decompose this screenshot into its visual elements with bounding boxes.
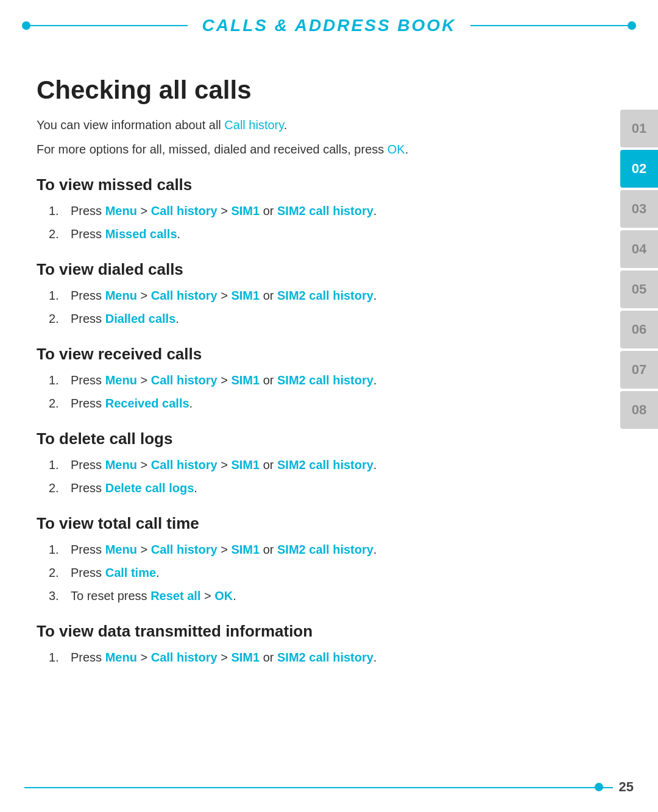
step-list-1: 1.Press Menu > Call history > SIM1 or SI… — [49, 286, 597, 328]
step-number: 1. — [49, 456, 71, 474]
plain-text: . — [177, 227, 181, 241]
plain-text: . — [233, 589, 236, 602]
cyan-link: SIM1 — [231, 204, 260, 217]
intro2-link: OK — [387, 143, 405, 156]
step-item: 2.Press Delete call logs. — [49, 479, 597, 497]
cyan-link: Menu — [105, 204, 137, 217]
side-tab-05[interactable]: 05 — [620, 270, 658, 308]
cyan-link: Call history — [151, 204, 218, 217]
step-number: 1. — [49, 202, 71, 220]
plain-text: Press — [71, 373, 105, 387]
plain-text: . — [373, 458, 377, 471]
cyan-link: SIM2 call history — [277, 543, 373, 556]
side-tab-07[interactable]: 07 — [620, 351, 658, 389]
step-content: To reset press Reset all > OK. — [71, 587, 597, 605]
main-content: Checking all calls You can view informat… — [0, 51, 658, 690]
plain-text: or — [260, 543, 277, 556]
plain-text: > — [137, 373, 151, 387]
step-item: 1.Press Menu > Call history > SIM1 or SI… — [49, 456, 597, 474]
step-content: Press Menu > Call history > SIM1 or SIM2… — [71, 286, 597, 305]
cyan-link: SIM1 — [231, 289, 260, 302]
plain-text: Press — [71, 458, 105, 471]
step-content: Press Menu > Call history > SIM1 or SIM2… — [71, 456, 597, 474]
plain-text: Press — [71, 481, 105, 495]
step-number: 2. — [49, 479, 71, 497]
step-content: Press Received calls. — [71, 394, 597, 412]
step-number: 1. — [49, 540, 71, 559]
step-number: 2. — [49, 563, 71, 582]
plain-text: > — [218, 543, 232, 556]
cyan-link: SIM1 — [231, 651, 260, 664]
cyan-link: Call history — [151, 543, 218, 556]
intro2-plain: For more options for all, missed, dialed… — [37, 143, 387, 156]
intro-paragraph-1: You can view information about all Call … — [37, 116, 597, 134]
section-title-0: To view missed calls — [37, 175, 597, 194]
plain-text: . — [373, 204, 377, 217]
intro1-link: Call history — [224, 118, 283, 132]
step-number: 2. — [49, 225, 71, 243]
step-list-5: 1.Press Menu > Call history > SIM1 or SI… — [49, 648, 597, 666]
step-number: 1. — [49, 371, 71, 389]
cyan-link: Menu — [105, 543, 137, 556]
plain-text: . — [373, 289, 377, 302]
step-item: 1.Press Menu > Call history > SIM1 or SI… — [49, 202, 597, 220]
side-tab-06[interactable]: 06 — [620, 311, 658, 348]
page-title: Checking all calls — [37, 76, 597, 105]
step-number: 1. — [49, 648, 71, 666]
cyan-link: SIM2 call history — [277, 458, 373, 471]
cyan-link: Call history — [151, 289, 218, 302]
header-title: calls & address book — [188, 11, 471, 40]
footer-line — [24, 787, 634, 788]
cyan-link: Missed calls — [105, 227, 177, 241]
step-content: Press Menu > Call history > SIM1 or SIM2… — [71, 202, 597, 220]
cyan-link: SIM1 — [231, 373, 260, 387]
cyan-link: SIM1 — [231, 458, 260, 471]
step-number: 2. — [49, 309, 71, 328]
step-content: Press Menu > Call history > SIM1 or SIM2… — [71, 371, 597, 389]
step-content: Press Dialled calls. — [71, 309, 597, 328]
plain-text: To reset press — [71, 589, 150, 602]
step-content: Press Delete call logs. — [71, 479, 597, 497]
plain-text: > — [218, 289, 232, 302]
side-tab-08[interactable]: 08 — [620, 391, 658, 429]
cyan-link: SIM2 call history — [277, 204, 373, 217]
step-item: 3.To reset press Reset all > OK. — [49, 587, 597, 605]
plain-text: or — [260, 204, 277, 217]
plain-text: . — [156, 566, 160, 579]
section-title-3: To delete call logs — [37, 429, 597, 448]
plain-text: > — [218, 651, 232, 664]
step-item: 2.Press Dialled calls. — [49, 309, 597, 328]
plain-text: or — [260, 458, 277, 471]
header-dot-left — [22, 21, 30, 30]
step-item: 1.Press Menu > Call history > SIM1 or SI… — [49, 540, 597, 559]
cyan-link: Menu — [105, 289, 137, 302]
step-list-0: 1.Press Menu > Call history > SIM1 or SI… — [49, 202, 597, 243]
step-item: 1.Press Menu > Call history > SIM1 or SI… — [49, 648, 597, 666]
plain-text: . — [373, 651, 377, 664]
plain-text: . — [175, 312, 179, 325]
cyan-link: SIM2 call history — [277, 289, 373, 302]
cyan-link: Reset all — [150, 589, 200, 602]
intro1-end: . — [284, 118, 288, 132]
side-tab-04[interactable]: 04 — [620, 230, 658, 268]
step-list-4: 1.Press Menu > Call history > SIM1 or SI… — [49, 540, 597, 605]
page-footer: 25 — [24, 779, 634, 795]
step-list-2: 1.Press Menu > Call history > SIM1 or SI… — [49, 371, 597, 412]
plain-text: Press — [71, 312, 105, 325]
footer-page-number: 25 — [613, 779, 634, 795]
cyan-link: OK — [214, 589, 233, 602]
plain-text: > — [200, 589, 214, 602]
step-item: 2.Press Received calls. — [49, 394, 597, 412]
plain-text: Press — [71, 289, 105, 302]
cyan-link: Menu — [105, 373, 137, 387]
side-tab-03[interactable]: 03 — [620, 190, 658, 228]
header-dot-right — [628, 21, 636, 30]
side-tab-02[interactable]: 02 — [620, 150, 658, 188]
cyan-link: Menu — [105, 651, 137, 664]
side-tab-01[interactable]: 01 — [620, 110, 658, 147]
plain-text: . — [189, 397, 193, 410]
section-title-2: To view received calls — [37, 345, 597, 364]
cyan-link: Received calls — [105, 397, 189, 410]
cyan-link: Menu — [105, 458, 137, 471]
step-content: Press Call time. — [71, 563, 597, 582]
